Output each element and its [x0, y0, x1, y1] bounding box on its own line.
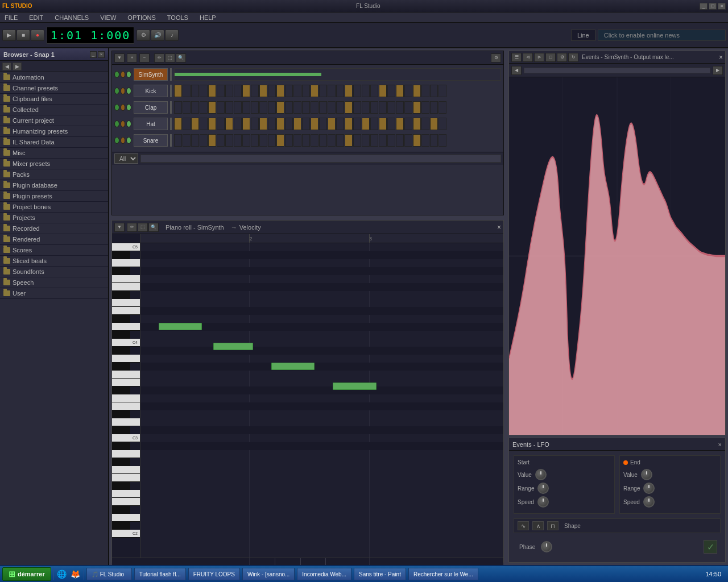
maximize-button[interactable]: □: [709, 3, 717, 10]
tb-btn-2[interactable]: 🔊: [151, 30, 164, 41]
step-snare-26[interactable]: [387, 134, 395, 147]
es-close-button[interactable]: ×: [719, 53, 723, 61]
step-hat-18[interactable]: [319, 118, 327, 130]
close-button[interactable]: ×: [718, 3, 726, 10]
step-snare-6[interactable]: [217, 134, 225, 147]
shape-sine[interactable]: ∿: [518, 521, 529, 530]
browser-item-packs[interactable]: Packs: [0, 169, 108, 180]
seq-settings[interactable]: ⚙: [491, 53, 501, 63]
key-e4[interactable]: [112, 307, 140, 315]
step-kick-32[interactable]: [439, 85, 446, 97]
pr-close[interactable]: ×: [497, 223, 501, 231]
menu-channels[interactable]: CHANNELS: [52, 14, 91, 21]
pr-note-1[interactable]: [159, 323, 202, 330]
seq-btn-1[interactable]: ▼: [114, 53, 125, 63]
es-btn-1[interactable]: ⊲: [523, 53, 533, 62]
key-b2[interactable]: [112, 442, 130, 450]
step-clap-24[interactable]: [370, 101, 378, 114]
step-kick-19[interactable]: [328, 85, 336, 97]
es-btn-5[interactable]: ↻: [568, 53, 578, 62]
step-snare-23[interactable]: [362, 134, 370, 147]
minimize-button[interactable]: _: [700, 3, 708, 10]
es-btn-4[interactable]: ⚙: [557, 53, 567, 62]
browser-item-soundfonts[interactable]: Soundfonts: [0, 267, 108, 277]
step-hat-14[interactable]: [285, 118, 293, 130]
step-snare-7[interactable]: [225, 134, 233, 147]
step-snare-19[interactable]: [328, 134, 336, 147]
step-clap-1[interactable]: [174, 101, 182, 114]
key-c4[interactable]: C4: [112, 339, 140, 347]
step-clap-17[interactable]: [311, 101, 318, 114]
step-clap-12[interactable]: [268, 101, 276, 114]
ch-mute-snare[interactable]: [114, 137, 119, 144]
step-clap-11[interactable]: [259, 101, 267, 114]
ch-solo-snare[interactable]: [121, 137, 126, 144]
browser-item-sliced-beats[interactable]: Sliced beats: [0, 256, 108, 267]
step-clap-32[interactable]: [439, 101, 446, 114]
key-g3[interactable]: [112, 379, 140, 386]
es-btn-2[interactable]: ⊳: [534, 53, 544, 62]
browser-minimize[interactable]: _: [90, 51, 97, 58]
step-hat-3[interactable]: [191, 118, 199, 130]
channel-name-hat[interactable]: Hat: [134, 118, 168, 130]
lfo-end-speed-knob[interactable]: [643, 496, 655, 508]
key-c3s[interactable]: [112, 426, 130, 434]
step-kick-5[interactable]: [208, 85, 216, 97]
key-d3s[interactable]: [112, 410, 130, 418]
browser-item-plugin-presets[interactable]: Plugin presets: [0, 191, 108, 202]
step-hat-16[interactable]: [302, 118, 310, 130]
step-kick-21[interactable]: [345, 85, 353, 97]
step-snare-11[interactable]: [259, 134, 267, 147]
key-c3[interactable]: C3: [112, 434, 140, 442]
key-f2[interactable]: [112, 490, 140, 498]
taskbar-incomedia[interactable]: Incomedia Web...: [297, 568, 351, 580]
ch-mute-kick[interactable]: [114, 88, 119, 94]
step-kick-29[interactable]: [413, 85, 421, 97]
menu-help[interactable]: HELP: [197, 14, 218, 21]
channel-name-snare[interactable]: Snare: [134, 134, 168, 147]
step-snare-4[interactable]: [200, 134, 208, 147]
key-d3[interactable]: [112, 418, 140, 426]
step-hat-28[interactable]: [404, 118, 412, 130]
step-kick-28[interactable]: [404, 85, 412, 97]
record-button[interactable]: ●: [31, 30, 44, 41]
step-clap-30[interactable]: [421, 101, 429, 114]
browser-item-channel-presets[interactable]: Channel presets: [0, 83, 108, 94]
key-d2s[interactable]: [112, 506, 130, 514]
step-kick-24[interactable]: [370, 85, 378, 97]
line-button[interactable]: Line: [571, 30, 595, 41]
step-snare-10[interactable]: [251, 134, 259, 147]
step-kick-1[interactable]: [174, 85, 182, 97]
key-a2[interactable]: [112, 458, 130, 466]
step-clap-27[interactable]: [396, 101, 404, 114]
browser-item-projects[interactable]: Projects: [0, 213, 108, 223]
key-b3[interactable]: [112, 347, 130, 355]
menu-tools[interactable]: TOOLS: [165, 14, 191, 21]
key-g4[interactable]: [112, 283, 140, 291]
step-snare-32[interactable]: [439, 134, 446, 147]
lfo-end-range-knob[interactable]: [643, 483, 655, 494]
key-a4[interactable]: [112, 267, 130, 275]
step-kick-14[interactable]: [285, 85, 293, 97]
key-d4[interactable]: [112, 323, 140, 331]
taskbar-fl-studio[interactable]: 🎵 FL Studio: [86, 568, 132, 580]
menu-file[interactable]: FILE: [2, 14, 20, 21]
step-hat-22[interactable]: [353, 118, 361, 130]
step-kick-11[interactable]: [259, 85, 267, 97]
pr-zoom[interactable]: 🔍: [148, 223, 159, 232]
step-clap-29[interactable]: [413, 101, 421, 114]
step-hat-10[interactable]: [251, 118, 259, 130]
pr-select[interactable]: ⬚: [138, 223, 148, 232]
step-hat-1[interactable]: [174, 118, 182, 130]
step-kick-22[interactable]: [353, 85, 361, 97]
step-hat-29[interactable]: [413, 118, 421, 130]
key-f3s[interactable]: [112, 386, 130, 394]
step-kick-25[interactable]: [379, 85, 387, 97]
step-hat-6[interactable]: [217, 118, 225, 130]
step-hat-8[interactable]: [234, 118, 242, 130]
browser-item-clipboard[interactable]: Clipboard files: [0, 94, 108, 105]
shape-triangle[interactable]: ∧: [532, 521, 544, 530]
step-hat-32[interactable]: [439, 118, 446, 130]
taskbar-paint[interactable]: Sans titre - Paint: [354, 568, 406, 580]
step-kick-4[interactable]: [200, 85, 208, 97]
